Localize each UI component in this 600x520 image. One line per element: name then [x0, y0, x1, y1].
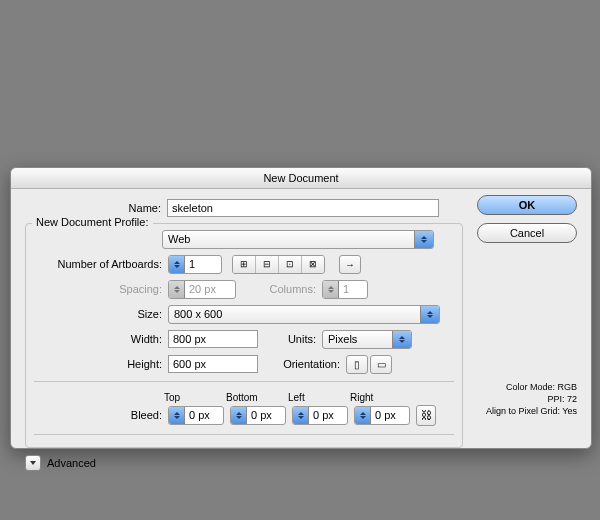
profile-fieldset: New Document Profile: Web Number of Artb…	[25, 223, 463, 448]
stepper-arrows-icon	[323, 281, 339, 298]
spacing-stepper: 20 px	[168, 280, 236, 299]
artboards-stepper[interactable]: 1	[168, 255, 222, 274]
orientation-portrait-button[interactable]: ▯	[346, 355, 368, 374]
bleed-bottom-label: Bottom	[226, 392, 288, 403]
width-input[interactable]	[168, 330, 258, 348]
new-document-dialog: New Document Name: New Document Profile:…	[10, 167, 592, 449]
bleed-left-label: Left	[288, 392, 350, 403]
profile-select[interactable]: Web	[162, 230, 434, 249]
chevron-updown-icon	[392, 331, 411, 348]
chevron-updown-icon	[420, 306, 439, 323]
columns-label: Columns:	[236, 283, 322, 295]
arrange-row-icon[interactable]: ⊡	[279, 256, 302, 273]
arrange-column-icon[interactable]: ⊠	[302, 256, 324, 273]
document-info: Color Mode: RGB PPI: 72 Align to Pixel G…	[473, 381, 577, 417]
stepper-arrows-icon[interactable]	[169, 256, 185, 273]
size-label: Size:	[34, 308, 168, 320]
info-colormode: Color Mode: RGB	[473, 381, 577, 393]
advanced-label: Advanced	[47, 457, 96, 469]
bleed-right-stepper[interactable]: 0 px	[354, 406, 410, 425]
height-label: Height:	[34, 358, 168, 370]
orientation-landscape-button[interactable]: ▭	[370, 355, 392, 374]
stepper-arrows-icon[interactable]	[293, 407, 309, 424]
bleed-top-label: Top	[164, 392, 226, 403]
cancel-button[interactable]: Cancel	[477, 223, 577, 243]
dialog-title: New Document	[11, 168, 591, 189]
name-input[interactable]	[167, 199, 439, 217]
bleed-bottom-stepper[interactable]: 0 px	[230, 406, 286, 425]
info-ppi: PPI: 72	[473, 393, 577, 405]
ok-button[interactable]: OK	[477, 195, 577, 215]
bleed-section: Top Bottom Left Right Bleed: 0 px 0 px 0…	[34, 381, 454, 435]
bleed-top-stepper[interactable]: 0 px	[168, 406, 224, 425]
stepper-arrows-icon[interactable]	[231, 407, 247, 424]
stepper-arrows-icon[interactable]	[169, 407, 185, 424]
width-label: Width:	[34, 333, 168, 345]
link-bleed-icon[interactable]: ⛓	[416, 405, 436, 426]
stepper-arrows-icon	[169, 281, 185, 298]
size-select[interactable]: 800 x 600	[168, 305, 440, 324]
columns-stepper: 1	[322, 280, 368, 299]
grid-by-column-icon[interactable]: ⊟	[256, 256, 279, 273]
spacing-label: Spacing:	[34, 283, 168, 295]
bleed-label: Bleed:	[34, 409, 168, 421]
units-select[interactable]: Pixels	[322, 330, 412, 349]
orientation-label: Orientation:	[258, 358, 346, 370]
bleed-left-stepper[interactable]: 0 px	[292, 406, 348, 425]
artboard-arrangement[interactable]: ⊞ ⊟ ⊡ ⊠	[232, 255, 325, 274]
profile-label: New Document Profile:	[32, 216, 153, 228]
info-pixelgrid: Align to Pixel Grid: Yes	[473, 405, 577, 417]
units-label: Units:	[258, 333, 322, 345]
grid-by-row-icon[interactable]: ⊞	[233, 256, 256, 273]
advanced-disclosure-button[interactable]	[25, 455, 41, 471]
artboards-label: Number of Artboards:	[34, 258, 168, 270]
bleed-right-label: Right	[350, 392, 412, 403]
stepper-arrows-icon[interactable]	[355, 407, 371, 424]
height-input[interactable]	[168, 355, 258, 373]
chevron-updown-icon	[414, 231, 433, 248]
layout-direction-button[interactable]: →	[339, 255, 361, 274]
name-label: Name:	[25, 202, 167, 214]
